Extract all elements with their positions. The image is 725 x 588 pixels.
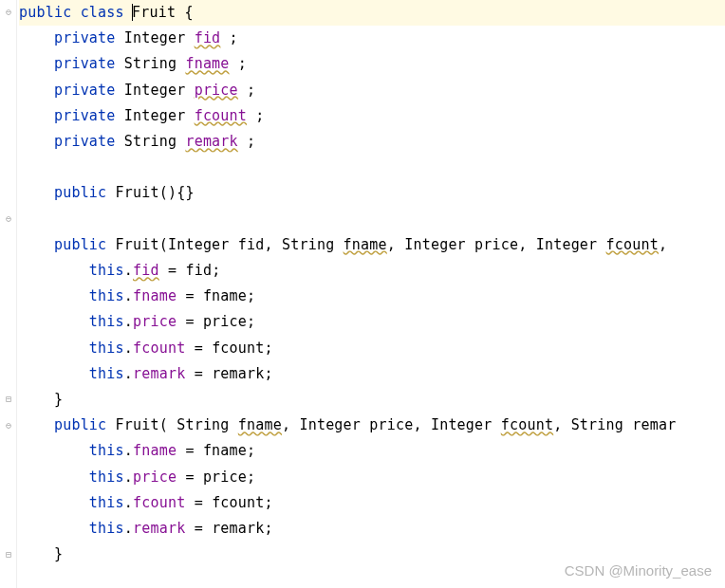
- keyword: private: [54, 107, 116, 124]
- fold-icon[interactable]: ⊖: [4, 213, 13, 223]
- fold-icon[interactable]: ⊖: [4, 420, 13, 430]
- fold-icon[interactable]: ⊟: [4, 549, 13, 559]
- type: String: [124, 133, 177, 150]
- type: Integer: [124, 82, 186, 99]
- keyword: public: [54, 416, 106, 433]
- field: fid: [195, 29, 221, 46]
- keyword: class: [81, 4, 124, 21]
- type: Integer: [124, 29, 186, 46]
- fold-icon[interactable]: ⊟: [4, 394, 13, 403]
- constructor: Fruit: [116, 416, 159, 433]
- punct: {: [184, 4, 193, 21]
- type: String: [124, 55, 177, 72]
- keyword: public: [54, 184, 106, 201]
- keyword: private: [54, 55, 116, 72]
- code-content[interactable]: public class Fruit { private Integer fid…: [17, 0, 725, 588]
- fold-icon[interactable]: ⊖: [4, 7, 13, 16]
- class-name: Fruit: [132, 4, 176, 21]
- brace: }: [54, 391, 63, 408]
- field: fname: [185, 55, 229, 72]
- type: Integer: [124, 107, 186, 124]
- field: fcount: [195, 107, 247, 124]
- keyword: private: [54, 29, 116, 46]
- field: price: [195, 82, 238, 99]
- code-line: public class Fruit {: [19, 0, 725, 26]
- keyword: public: [54, 236, 106, 253]
- constructor: Fruit: [116, 236, 159, 253]
- gutter: ⊖ ⊖ ⊟ ⊖ ⊟: [0, 0, 17, 588]
- field: remark: [185, 133, 237, 150]
- constructor: Fruit: [116, 184, 159, 201]
- brace: }: [54, 545, 63, 562]
- keyword: private: [54, 133, 116, 150]
- keyword: private: [54, 82, 116, 99]
- keyword: public: [19, 4, 71, 21]
- code-editor[interactable]: ⊖ ⊖ ⊟ ⊖ ⊟ public class Fruit { private I…: [0, 0, 725, 588]
